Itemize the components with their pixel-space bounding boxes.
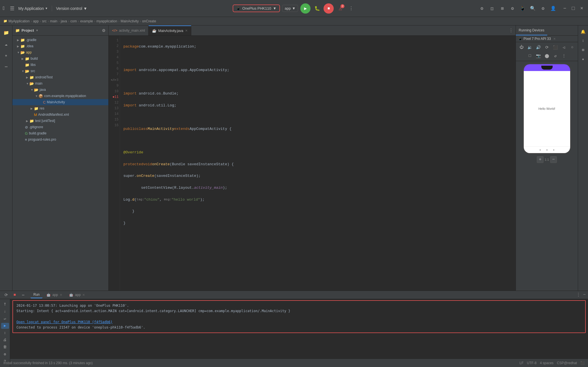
- project-settings-icon[interactable]: ⚙: [102, 28, 106, 33]
- overview-icon[interactable]: □: [527, 52, 533, 59]
- structure-icon[interactable]: ⊕: [1, 50, 11, 61]
- tab-mainactivity-java[interactable]: ☕ MainActivity.java ✕: [149, 25, 191, 35]
- editor-tabs-more-button[interactable]: ⋮: [507, 25, 516, 35]
- tree-item-gradle-hidden[interactable]: ▶ 📁 .gradle: [12, 37, 108, 43]
- settings-icon[interactable]: ⚙: [1, 351, 9, 357]
- breadcrumb-src[interactable]: src: [42, 19, 47, 23]
- tree-item-test[interactable]: ▶ 📁 test [unitTest]: [12, 118, 108, 124]
- print-icon[interactable]: 🖨: [1, 337, 9, 343]
- account-button[interactable]: 👤: [549, 4, 557, 13]
- more-options-button[interactable]: ⋮: [347, 4, 355, 13]
- run-icon[interactable]: ▶: [1, 323, 9, 329]
- delete-icon[interactable]: 🗑: [1, 344, 9, 350]
- back-icon[interactable]: ◁: [561, 44, 567, 51]
- bottom-tab-app-2[interactable]: 🤖 app ✕: [66, 292, 88, 298]
- apple-icon[interactable]: : [3, 6, 6, 11]
- run-config-dropdown[interactable]: app ▼: [282, 5, 298, 12]
- tree-item-gitignore[interactable]: ⊘ .gitignore: [12, 124, 108, 130]
- tree-item-src[interactable]: ▼ 📂 src: [12, 68, 108, 74]
- settings-button[interactable]: ⚙: [539, 4, 547, 13]
- tree-item-mainactivity[interactable]: C MainActivity: [12, 99, 108, 105]
- scroll-top-icon[interactable]: ⤒: [1, 301, 9, 307]
- breadcrumb-mainactivity[interactable]: MainActivity: [121, 19, 139, 23]
- zoom-out-button[interactable]: −: [550, 156, 557, 163]
- avd-manager-icon[interactable]: 📱: [518, 4, 527, 13]
- zoom-in-button[interactable]: +: [537, 156, 544, 163]
- bottom-tab-app-1[interactable]: 🤖 app ✕: [44, 292, 65, 298]
- tab-close-button[interactable]: ✕: [185, 29, 188, 33]
- device-tab-close[interactable]: ✕: [553, 37, 556, 41]
- tree-item-idea[interactable]: ▶ 📁 .idea: [12, 43, 108, 49]
- hamburger-menu-icon[interactable]: ☰: [10, 5, 14, 12]
- breadcrumb-example[interactable]: example: [80, 19, 93, 23]
- volume-down-icon[interactable]: 🔉: [527, 44, 533, 51]
- profiler-icon[interactable]: ⚙: [478, 4, 486, 13]
- home-icon[interactable]: ○: [569, 44, 576, 51]
- tree-item-androidtest[interactable]: ▶ 📁 androidTest: [12, 74, 108, 80]
- running-devices-tab[interactable]: Running Devices: [516, 25, 547, 35]
- database-icon[interactable]: ⊞: [498, 4, 507, 13]
- rotate-icon[interactable]: ⟳: [544, 44, 550, 51]
- sync-icon[interactable]: ↕: [579, 37, 587, 45]
- screenshot-icon[interactable]: 📷: [535, 52, 542, 59]
- notifications-panel-icon[interactable]: 🔔: [579, 28, 587, 36]
- commit-icon[interactable]: ☁: [1, 39, 11, 49]
- code-editor[interactable]: 1 2 3 4 5 6 7 </> 8 9 10 ●11 12 13 14 15…: [109, 36, 516, 291]
- version-control-dropdown[interactable]: Version control ▼: [56, 6, 87, 11]
- bottom-minimize-button[interactable]: −: [583, 292, 586, 297]
- wrap-lines-icon[interactable]: ↵: [1, 316, 9, 321]
- record-icon[interactable]: ⬤: [544, 52, 550, 59]
- maximize-button[interactable]: □: [570, 6, 577, 11]
- breadcrumb-oncreate[interactable]: onCreate: [142, 19, 156, 23]
- close-button[interactable]: ×: [578, 6, 585, 11]
- stop-run-icon[interactable]: ■: [11, 291, 19, 299]
- terminal-icon[interactable]: ⊞: [579, 46, 587, 54]
- sdk-manager-icon[interactable]: ⚙: [508, 4, 517, 13]
- fold-icon[interactable]: ⬛: [552, 44, 559, 51]
- bottom-more-button[interactable]: ⋮: [576, 292, 581, 298]
- folder-icon[interactable]: 📁: [1, 28, 11, 38]
- layout-inspector-icon[interactable]: ◫: [488, 4, 496, 13]
- power-icon[interactable]: ⏻: [518, 44, 525, 51]
- breadcrumb-main[interactable]: main: [50, 19, 57, 23]
- project-chevron-icon[interactable]: ▼: [36, 29, 38, 32]
- tree-item-proguard[interactable]: ≡ proguard-rules.pro: [12, 136, 108, 143]
- tree-item-build[interactable]: ▶ 📁 build: [12, 55, 108, 62]
- tree-item-manifest[interactable]: M AndroidManifest.xml: [12, 111, 108, 118]
- scroll-bottom-icon[interactable]: ↓: [1, 308, 9, 314]
- tab-activity-main-xml[interactable]: </> activity_main.xml: [109, 25, 149, 35]
- tree-item-package[interactable]: ▼ 📦 com.example.myapplication: [12, 93, 108, 99]
- search-button[interactable]: 🔍: [529, 4, 537, 13]
- breadcrumb-app[interactable]: app: [33, 19, 39, 23]
- breadcrumb-com[interactable]: com: [70, 19, 77, 23]
- tree-item-app[interactable]: ▼ 📂 app: [12, 49, 108, 55]
- tree-item-libs[interactable]: 📁 libs: [12, 62, 108, 68]
- undo-rotate-icon[interactable]: ↺: [552, 52, 559, 59]
- debug-button[interactable]: 🐛: [313, 4, 321, 13]
- tab-close-button-2[interactable]: ✕: [82, 293, 85, 297]
- code-content[interactable]: package com.example.myapplication; impor…: [120, 36, 516, 291]
- notifications-button[interactable]: ⚠ 2: [336, 4, 345, 13]
- volume-up-icon[interactable]: 🔊: [535, 44, 542, 51]
- more-tools-icon[interactable]: ⋯: [1, 62, 11, 72]
- tree-item-buildgradle[interactable]: G build.gradle: [12, 130, 108, 136]
- bottom-tab-run[interactable]: Run: [31, 291, 42, 298]
- filter-icon[interactable]: ↕: [1, 330, 9, 336]
- stop-button[interactable]: ■: [324, 3, 334, 14]
- breadcrumb-myapplication-pkg[interactable]: myapplication: [96, 19, 117, 23]
- console-line-link[interactable]: Open logcat panel for OnePlus PHK110 (f4…: [16, 319, 582, 325]
- device-tab-label[interactable]: Pixel 7 Pro API 33: [523, 37, 551, 41]
- tab-close-button[interactable]: ✕: [60, 293, 62, 297]
- tree-item-res[interactable]: ▶ 📁 res: [12, 105, 108, 111]
- breadcrumb-myapplication[interactable]: MyApplication: [8, 19, 30, 23]
- minimize-button[interactable]: −: [561, 6, 568, 11]
- logcat-link[interactable]: Open logcat panel for OnePlus PHK110 (f4…: [16, 320, 113, 324]
- run-button[interactable]: ▶: [301, 3, 311, 14]
- device-selector-button[interactable]: 📱 OnePlus PHK110 ▼: [233, 5, 280, 12]
- tree-item-main[interactable]: ▼ 📂 main: [12, 80, 108, 87]
- bookmarks-icon[interactable]: ★: [579, 55, 587, 63]
- bottom-more-icon[interactable]: ⋯: [19, 291, 27, 299]
- rerun-icon[interactable]: ⟳: [2, 291, 10, 299]
- app-name-dropdown[interactable]: My Application ▼: [18, 6, 48, 11]
- tree-item-java[interactable]: ▼ 📂 java: [12, 87, 108, 93]
